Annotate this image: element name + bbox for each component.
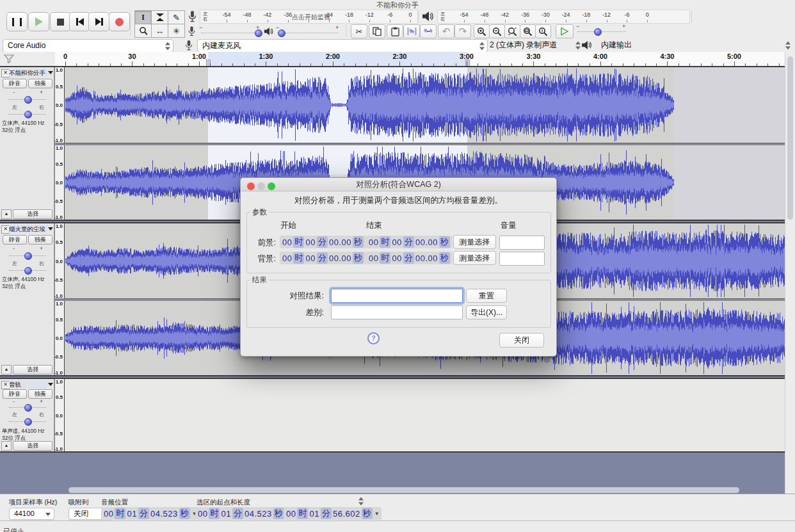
zoom-toggle-button[interactable] [535,24,551,38]
timeline-options-icon[interactable] [4,54,14,63]
timeline-ruler[interactable]: 0301:001:302:002:303:003:304:004:305:00 [55,52,786,67]
track2-gain-thumb[interactable] [24,252,32,260]
paste-button[interactable] [387,24,403,38]
track3-select-button[interactable]: 选择 [13,441,52,451]
track3-collapse-button[interactable]: ▲ [1,441,12,451]
background-measure-button[interactable]: 测量选择 [453,251,496,265]
zoom-fit-button[interactable] [520,24,536,38]
input-volume-slider[interactable] [201,33,260,33]
output-device-select[interactable]: 内建输出 [597,39,793,51]
track1-select-button[interactable]: 选择 [13,209,52,219]
track1-gain-thumb[interactable] [24,96,32,104]
export-button[interactable]: 导出(X)... [466,305,507,319]
zoom-tool-button[interactable] [134,24,152,38]
timeshift-tool-button[interactable]: ↔ [151,24,168,38]
input-volume-thumb[interactable] [255,29,262,37]
foreground-volume-input[interactable] [499,236,545,250]
trim-audio-button[interactable] [403,24,420,38]
multi-tool-button[interactable]: ✳ [168,24,185,38]
foreground-end-field[interactable]: 00时00分00.00秒 [366,236,453,248]
track2-collapse-button[interactable]: ▲ [1,365,12,375]
record-channels-select[interactable]: 2 (立体声) 录制声道 [485,39,583,51]
track1-mute-button[interactable]: 静音 [3,79,27,88]
audio-host-select[interactable]: Core Audio [3,39,173,52]
track3-pan-thumb[interactable] [24,418,32,426]
track2-name[interactable]: 烟火里的尘埃 [9,225,47,233]
play-at-speed-button[interactable] [556,24,574,38]
background-start-field[interactable]: 00时00分00.00秒 [280,252,366,264]
track1-channel1-waveform[interactable] [64,67,785,143]
close-window-button[interactable] [247,182,255,190]
cut-button[interactable]: ✂ [351,24,367,38]
draw-tool-button[interactable]: ✎ [168,10,185,24]
track2-channel2-vertical-ruler[interactable]: 1.00.50.0-0.5-1.0 [55,301,65,375]
track2-solo-button[interactable]: 独奏 [28,235,52,245]
undo-button[interactable]: ↶ [438,24,454,38]
zoom-out-button[interactable] [489,24,505,38]
track3-solo-button[interactable]: 独奏 [28,389,52,399]
track1-menu-arrow-icon[interactable] [48,71,53,74]
stop-button[interactable] [50,12,71,31]
selection-length-field[interactable]: 00时01分56.602秒▼ [284,507,381,520]
multi-tool-icon: ✳ [173,26,180,36]
track1-name[interactable]: 不能和你分手 [9,69,47,77]
redo-button[interactable]: ↷ [454,24,471,38]
record-button[interactable] [109,12,130,31]
background-label: 背景: [250,254,276,264]
record-meter-mic-icon[interactable] [188,10,197,23]
track3-menu-arrow-icon[interactable] [48,383,53,386]
track1-channel2-vertical-ruler[interactable]: 1.00.50.0-0.5-1.0 [55,145,65,220]
track2-menu-arrow-icon[interactable] [48,227,53,230]
playback-meter-speaker-icon[interactable] [422,11,435,22]
track1-pan-thumb[interactable] [24,111,32,118]
track1-channel1-vertical-ruler[interactable]: 1.00.50.0-0.5-1.0 [55,67,65,143]
output-volume-slider[interactable] [278,33,338,33]
foreground-measure-button[interactable]: 测量选择 [453,235,496,249]
track1-solo-button[interactable]: 独奏 [28,79,52,88]
playback-meter[interactable]: 左 右 -54-48-42-36-30-24-18-12-60 [437,10,690,24]
minimize-window-button[interactable] [257,182,265,190]
track2-mute-button[interactable]: 静音 [3,235,27,245]
skip-start-button[interactable] [69,12,90,31]
recording-meter[interactable]: 左 右 点击开始监视 -54-48-42-36-24-18-12-60 [200,10,418,24]
track3-name[interactable]: 音轨 [9,380,47,389]
zoom-selection-button[interactable] [504,24,520,38]
background-volume-input[interactable] [499,252,545,266]
input-device-select[interactable]: 内建麦克风 [197,39,488,52]
output-volume-thumb[interactable] [278,29,285,37]
selection-start-field[interactable]: 00时01分04.523秒▼ [195,507,293,520]
background-end-field[interactable]: 00时00分00.00秒 [366,252,453,264]
reset-button[interactable]: 重置 [466,289,507,303]
contrast-result-input[interactable] [331,289,463,303]
start-column-header: 开始 [280,220,296,231]
project-rate-select[interactable]: 44100 [9,508,54,520]
track3-wave-area[interactable] [64,379,785,451]
vertical-scrollbar[interactable] [787,56,793,220]
speed-slider[interactable] [577,31,626,32]
zoom-in-button[interactable] [474,24,490,38]
help-button[interactable]: ? [367,332,380,344]
skip-end-button[interactable] [88,12,109,31]
envelope-tool-button[interactable] [151,10,168,24]
selection-tool-button[interactable]: I [134,10,152,24]
track3-vertical-ruler[interactable]: 1.00.50.0-0.5-1.0 [55,379,65,451]
dialog-title-bar[interactable]: 对照分析(符合WCAG 2) [241,178,556,191]
track3-mute-button[interactable]: 静音 [3,389,27,399]
speed-slider-thumb[interactable] [594,28,602,36]
play-button[interactable] [28,12,49,31]
audio-position-field[interactable]: 00时01分04.523秒▼ [101,507,199,520]
track1-collapse-button[interactable]: ▲ [1,209,12,219]
horizontal-scrollbar[interactable] [68,487,739,493]
copy-button[interactable] [369,24,385,38]
track2-select-button[interactable]: 选择 [13,365,52,375]
silence-audio-button[interactable] [420,24,437,38]
difference-input[interactable] [331,305,463,319]
track2-channel1-vertical-ruler[interactable]: 1.00.50.0-0.5-1.0 [55,223,65,298]
maximize-window-button[interactable] [268,182,275,190]
close-button[interactable]: 关闭 [499,333,544,348]
foreground-start-field[interactable]: 00时00分00.00秒 [280,236,366,248]
track3-gain-thumb[interactable] [24,404,32,412]
track2-pan-thumb[interactable] [24,267,32,275]
pause-button[interactable] [6,12,28,31]
updown-arrows-icon[interactable] [358,497,364,506]
